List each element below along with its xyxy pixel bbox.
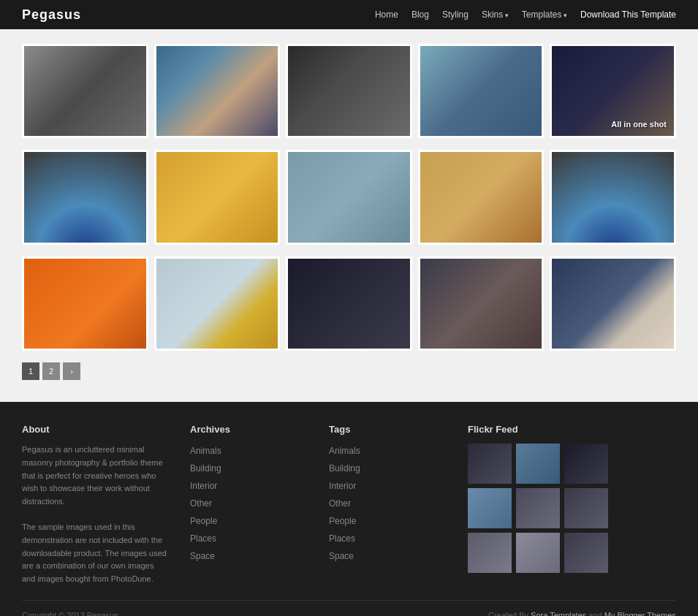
list-item: Other [190,496,307,509]
flickr-thumb[interactable] [468,488,512,528]
footer-grid: About Pegasus is an uncluttered minimal … [22,424,676,585]
gallery-item[interactable] [286,256,412,351]
footer-flickr: Flickr Feed [468,424,676,585]
gallery-item[interactable] [550,256,676,351]
tag-space-link[interactable]: Space [329,551,354,561]
nav-styling[interactable]: Styling [442,9,469,20]
and-label: and [588,611,604,616]
page-2-button[interactable]: 2 [42,362,60,380]
gallery-item[interactable] [154,150,281,244]
page-1-button[interactable]: 1 [22,362,39,380]
archive-places-link[interactable]: Places [190,533,216,544]
pagination: 1 2 › [22,362,676,380]
gallery-item[interactable] [286,44,412,138]
archive-space-link[interactable]: Space [190,551,215,561]
main-nav: Home Blog Styling Skins Templates Downlo… [375,9,676,20]
gallery-item[interactable] [418,44,545,138]
nav-home[interactable]: Home [375,9,398,20]
flickr-thumb[interactable] [516,444,560,484]
archive-building-link[interactable]: Building [190,463,221,474]
flickr-thumb[interactable] [468,444,512,484]
gallery-item[interactable] [418,256,545,351]
flickr-thumb[interactable] [516,488,560,528]
footer-flickr-title: Flickr Feed [468,424,676,435]
footer-archives-list: Animals Building Interior Other People P… [190,444,307,562]
footer-tags: Tags Animals Building Interior Other Peo… [329,424,446,585]
credits-text: Created By Sora Templates and My Blogger… [488,611,676,616]
gallery-item[interactable] [154,44,281,138]
main-content: All in one shot 1 2 › [0,29,698,402]
list-item: Space [329,549,446,562]
created-by-label: Created By [488,611,531,616]
archive-other-link[interactable]: Other [190,498,212,509]
tag-interior-link[interactable]: Interior [329,481,356,491]
list-item: Space [190,549,307,562]
list-item: Other [329,496,446,509]
gallery-row-1: All in one shot [22,44,676,138]
gallery-item[interactable] [550,150,676,244]
copyright-label: Copyright © 2013 Pegasus [22,611,118,616]
flickr-thumb[interactable] [564,488,608,528]
tag-other-link[interactable]: Other [329,498,351,509]
footer-about-title: About [22,424,168,435]
list-item: Places [190,531,307,544]
gallery-item[interactable] [22,256,148,351]
list-item: Animals [329,444,446,457]
list-item: Interior [190,479,307,492]
gallery-overlay-text: All in one shot [611,120,667,129]
list-item: People [190,514,307,527]
gallery-item[interactable] [154,256,281,351]
copyright-text: Copyright © 2013 Pegasus [22,611,118,616]
flickr-thumb[interactable] [468,533,512,573]
header: Pegasus Home Blog Styling Skins Template… [0,0,698,29]
tag-places-link[interactable]: Places [329,533,355,544]
gallery-item[interactable]: All in one shot [550,44,676,138]
list-item: Interior [329,479,446,492]
footer-tags-title: Tags [329,424,446,435]
gallery-item[interactable] [22,44,148,138]
footer-tags-list: Animals Building Interior Other People P… [329,444,446,562]
list-item: Places [329,531,446,544]
gallery-item[interactable] [418,150,545,244]
list-item: Animals [190,444,307,457]
flickr-thumb[interactable] [564,444,608,484]
gallery-item[interactable] [286,150,412,244]
footer-bottom: Copyright © 2013 Pegasus Created By Sora… [22,600,676,616]
nav-download[interactable]: Download This Template [580,9,676,20]
list-item: Building [329,461,446,474]
gallery-row-2 [22,150,676,244]
nav-skins[interactable]: Skins [482,9,509,20]
flickr-thumb[interactable] [564,533,608,573]
nav-templates[interactable]: Templates [522,9,567,20]
sora-templates-link[interactable]: Sora Templates [531,611,586,616]
footer-archives-title: Archives [190,424,307,435]
footer: About Pegasus is an uncluttered minimal … [0,402,698,616]
gallery-item[interactable] [22,150,148,244]
nav-blog[interactable]: Blog [411,9,429,20]
myblogger-themes-link[interactable]: My Blogger Themes [604,611,676,616]
footer-archives: Archives Animals Building Interior Other… [190,424,307,585]
list-item: Building [190,461,307,474]
flickr-thumb[interactable] [516,533,560,573]
flickr-grid [468,444,676,573]
tag-building-link[interactable]: Building [329,463,360,474]
list-item: People [329,514,446,527]
site-logo[interactable]: Pegasus [22,7,81,23]
tag-animals-link[interactable]: Animals [329,446,360,456]
archive-people-link[interactable]: People [190,516,217,526]
footer-about-p2: The sample images used in this demonstra… [22,521,168,585]
archive-interior-link[interactable]: Interior [190,481,217,491]
archive-animals-link[interactable]: Animals [190,446,221,456]
gallery-row-3 [22,256,676,351]
footer-about-p1: Pegasus is an uncluttered minimal masonr… [22,444,168,508]
tag-people-link[interactable]: People [329,516,356,526]
footer-about: About Pegasus is an uncluttered minimal … [22,424,168,585]
page-next-button[interactable]: › [63,362,80,380]
